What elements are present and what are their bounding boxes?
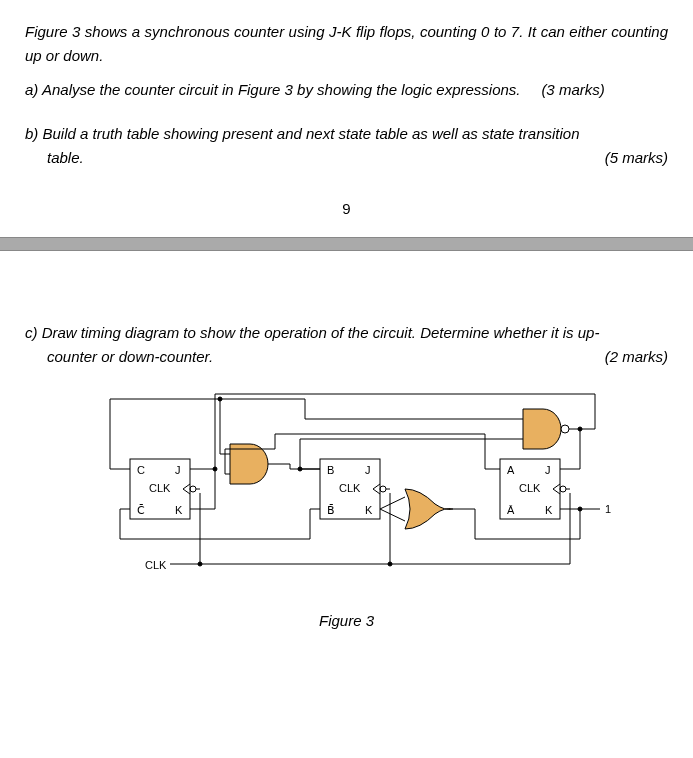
svg-point-15 [388, 562, 392, 566]
svg-point-54 [578, 427, 582, 431]
ff-a-k-label: K [545, 504, 553, 516]
svg-line-47 [380, 497, 405, 509]
ff-a-clk-label: CLK [519, 482, 541, 494]
question-b-marks: (5 marks) [605, 146, 668, 170]
ff-c-qbar-label: C̄ [137, 504, 145, 516]
circuit-diagram: C C̄ J K CLK B B̄ J K CLK A Ā J K CLK [75, 389, 635, 599]
ff-b-j-label: J [365, 464, 371, 476]
question-c: c) Draw timing diagram to show the opera… [25, 321, 668, 369]
svg-point-1 [190, 486, 196, 492]
question-c-marks: (2 marks) [605, 345, 668, 369]
ff-a-j-label: J [545, 464, 551, 476]
page-separator [0, 237, 693, 251]
svg-line-48 [380, 509, 405, 521]
svg-point-14 [198, 562, 202, 566]
ff-b-q-label: B [327, 464, 334, 476]
constant-one-label: 1 [605, 503, 611, 515]
clk-source-label: CLK [145, 559, 167, 571]
svg-point-35 [218, 397, 222, 401]
question-b-line2: table. [25, 149, 84, 166]
figure-3: C C̄ J K CLK B B̄ J K CLK A Ā J K CLK [75, 389, 668, 602]
flipflop-b: B B̄ J K CLK [320, 459, 386, 519]
question-c-line1: c) Draw timing diagram to show the opera… [25, 324, 599, 341]
figure-caption: Figure 3 [25, 612, 668, 629]
or-gate [405, 489, 453, 529]
question-a-marks: (3 marks) [541, 81, 604, 98]
question-b: b) Build a truth table showing present a… [25, 122, 668, 170]
ff-c-clk-label: CLK [149, 482, 171, 494]
question-a: a) Analyse the counter circuit in Figure… [25, 78, 668, 102]
flipflop-a: A Ā J K CLK [500, 459, 566, 519]
ff-a-q-label: A [507, 464, 515, 476]
svg-point-6 [561, 425, 569, 433]
flipflop-c: C C̄ J K CLK [130, 459, 196, 519]
nand-gate [523, 409, 569, 449]
question-c-line2: counter or down-counter. [25, 348, 213, 365]
svg-point-5 [560, 486, 566, 492]
and-gate [230, 444, 268, 484]
ff-b-qbar-label: B̄ [327, 504, 335, 516]
intro-text: Figure 3 shows a synchronous counter usi… [25, 20, 668, 68]
svg-point-32 [213, 467, 217, 471]
svg-point-3 [380, 486, 386, 492]
ff-b-k-label: K [365, 504, 373, 516]
question-a-text: a) Analyse the counter circuit in Figure… [25, 81, 521, 98]
page-number: 9 [25, 200, 668, 217]
ff-a-qbar-label: Ā [507, 504, 515, 516]
ff-c-q-label: C [137, 464, 145, 476]
question-b-line1: b) Build a truth table showing present a… [25, 125, 580, 142]
ff-c-j-label: J [175, 464, 181, 476]
ff-c-k-label: K [175, 504, 183, 516]
ff-b-clk-label: CLK [339, 482, 361, 494]
